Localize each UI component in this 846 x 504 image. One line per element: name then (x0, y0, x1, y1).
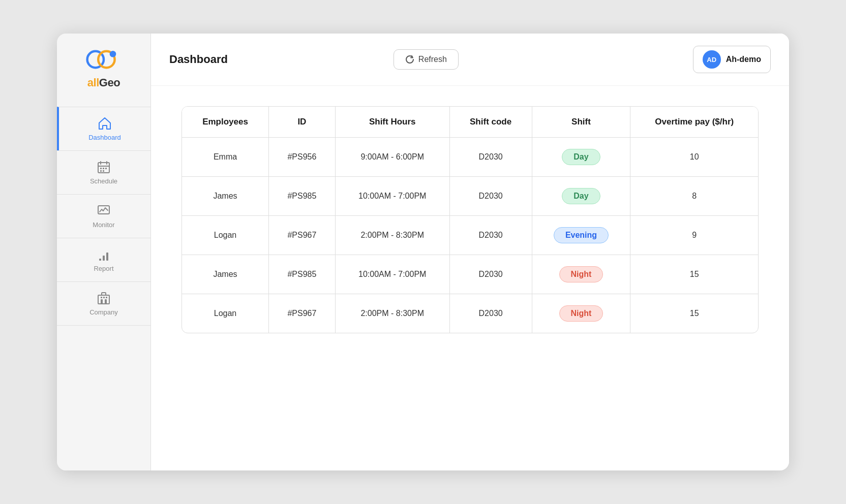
cell-overtime-pay: 8 (630, 177, 758, 216)
table-row: Logan #PS967 2:00PM - 8:30PM D2030 Eveni… (182, 216, 758, 255)
table-header-row: Employees ID Shift Hours Shift code Shif… (182, 107, 758, 138)
cell-id: #PS967 (269, 294, 336, 333)
svg-rect-13 (99, 259, 101, 261)
sidebar: allGeo Dashboard (57, 34, 151, 470)
refresh-label: Refresh (418, 55, 447, 64)
shift-badge: Night (559, 305, 603, 322)
content-area: Employees ID Shift Hours Shift code Shif… (151, 86, 789, 470)
cell-overtime-pay: 10 (630, 138, 758, 177)
data-table-container: Employees ID Shift Hours Shift code Shif… (182, 106, 759, 333)
svg-rect-18 (101, 299, 103, 304)
cell-overtime-pay: 9 (630, 216, 758, 255)
sidebar-item-company[interactable]: Company (57, 281, 150, 326)
col-header-id: ID (269, 107, 336, 138)
cell-shift-hours: 10:00AM - 7:00PM (335, 177, 449, 216)
logo-icon (85, 49, 122, 75)
report-icon (97, 247, 111, 262)
table-row: James #PS985 10:00AM - 7:00PM D2030 Day … (182, 177, 758, 216)
cell-shift-code: D2030 (449, 138, 532, 177)
svg-rect-22 (106, 297, 107, 298)
table-row: Logan #PS967 2:00PM - 8:30PM D2030 Night… (182, 294, 758, 333)
cell-shift: Day (532, 177, 630, 216)
svg-rect-9 (105, 168, 107, 169)
cell-employee: James (182, 177, 269, 216)
shift-badge: Day (562, 188, 600, 204)
svg-rect-7 (100, 168, 102, 169)
cell-overtime-pay: 15 (630, 294, 758, 333)
svg-point-2 (110, 51, 116, 57)
svg-rect-16 (98, 295, 109, 304)
col-header-shift-hours: Shift Hours (335, 107, 449, 138)
cell-shift-hours: 10:00AM - 7:00PM (335, 255, 449, 294)
cell-overtime-pay: 15 (630, 255, 758, 294)
sidebar-item-monitor[interactable]: Monitor (57, 194, 150, 238)
monitor-icon (97, 204, 111, 218)
svg-rect-14 (103, 256, 105, 261)
table-row: James #PS985 10:00AM - 7:00PM D2030 Nigh… (182, 255, 758, 294)
cell-shift: Night (532, 255, 630, 294)
main-content: Dashboard Refresh AD Ah-demo Em (151, 34, 789, 470)
cell-id: #PS967 (269, 216, 336, 255)
cell-shift: Day (532, 138, 630, 177)
col-header-employees: Employees (182, 107, 269, 138)
col-header-overtime-pay: Overtime pay ($/hr) (630, 107, 758, 138)
cell-id: #PS985 (269, 177, 336, 216)
svg-rect-11 (103, 170, 104, 172)
logo: allGeo (80, 44, 127, 94)
col-header-shift-code: Shift code (449, 107, 532, 138)
shift-badge: Night (559, 266, 603, 282)
sidebar-schedule-label: Schedule (90, 177, 117, 185)
company-icon (97, 291, 111, 305)
svg-rect-19 (105, 299, 107, 304)
col-header-shift: Shift (532, 107, 630, 138)
cell-shift: Evening (532, 216, 630, 255)
cell-shift-hours: 2:00PM - 8:30PM (335, 216, 449, 255)
user-badge[interactable]: AD Ah-demo (693, 46, 771, 73)
cell-employee: Emma (182, 138, 269, 177)
cell-shift: Night (532, 294, 630, 333)
sidebar-company-label: Company (89, 308, 118, 316)
user-avatar: AD (703, 50, 721, 69)
cell-employee: James (182, 255, 269, 294)
nav-items: Dashboard Sche (57, 107, 150, 326)
svg-rect-21 (103, 297, 105, 298)
cell-shift-code: D2030 (449, 177, 532, 216)
schedule-table: Employees ID Shift Hours Shift code Shif… (182, 107, 758, 333)
sidebar-dashboard-label: Dashboard (88, 134, 121, 141)
refresh-button[interactable]: Refresh (394, 49, 459, 70)
svg-rect-20 (101, 297, 102, 298)
refresh-icon (405, 55, 414, 64)
cell-employee: Logan (182, 294, 269, 333)
cell-shift-hours: 9:00AM - 6:00PM (335, 138, 449, 177)
svg-rect-10 (100, 170, 102, 172)
sidebar-report-label: Report (94, 265, 113, 272)
cell-shift-code: D2030 (449, 294, 532, 333)
page-title: Dashboard (169, 53, 383, 66)
shift-badge: Day (562, 149, 600, 165)
svg-rect-15 (106, 253, 108, 261)
shift-badge: Evening (554, 227, 609, 243)
sidebar-item-schedule[interactable]: Schedule (57, 150, 150, 194)
cell-shift-hours: 2:00PM - 8:30PM (335, 294, 449, 333)
cell-id: #PS985 (269, 255, 336, 294)
sidebar-monitor-label: Monitor (93, 221, 114, 229)
home-icon (98, 116, 112, 131)
sidebar-item-report[interactable]: Report (57, 238, 150, 281)
table-row: Emma #PS956 9:00AM - 6:00PM D2030 Day 10 (182, 138, 758, 177)
cell-id: #PS956 (269, 138, 336, 177)
logo-text: allGeo (87, 76, 120, 89)
cell-shift-code: D2030 (449, 255, 532, 294)
svg-rect-17 (102, 293, 106, 295)
header: Dashboard Refresh AD Ah-demo (151, 34, 789, 86)
user-name: Ah-demo (726, 55, 761, 64)
cell-shift-code: D2030 (449, 216, 532, 255)
sidebar-item-dashboard[interactable]: Dashboard (57, 107, 150, 150)
schedule-icon (97, 160, 111, 174)
svg-rect-8 (103, 168, 104, 169)
cell-employee: Logan (182, 216, 269, 255)
